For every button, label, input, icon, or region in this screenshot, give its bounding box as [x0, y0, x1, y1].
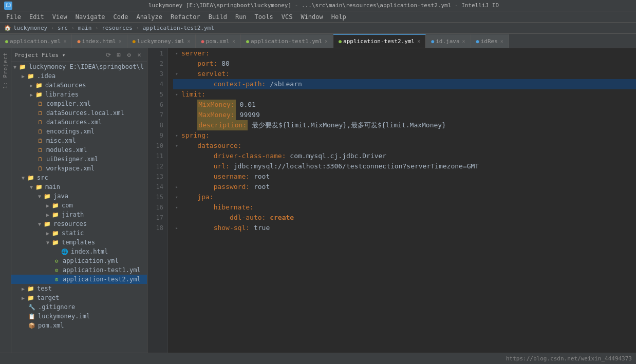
tree-item-misc-xml[interactable]: 🗒misc.xml — [11, 136, 147, 145]
tree-item-application-test2-yml[interactable]: ⚙application-test2.yml — [11, 275, 147, 284]
fold-arrow[interactable]: ▾ — [173, 132, 180, 139]
tree-node-label: libraries — [45, 91, 79, 98]
sidebar-sync-icon[interactable]: ⟳ — [104, 50, 113, 60]
menu-item-file[interactable]: File — [2, 12, 25, 22]
tab-icon: ● — [339, 39, 342, 44]
project-panel-tab[interactable]: 1: Project — [0, 48, 11, 353]
tab-close-btn[interactable]: × — [417, 39, 420, 44]
tree-expand-arrow[interactable]: ▼ — [44, 239, 51, 246]
tab-close-btn[interactable]: × — [325, 39, 328, 44]
tab-pom-xml[interactable]: ●pom.xml× — [196, 34, 240, 48]
tree-item-luckymoney-root[interactable]: ▼📁luckymoney E:\IDEA\springboot\l — [11, 62, 147, 71]
tree-expand-arrow[interactable]: ▼ — [36, 193, 43, 200]
tab-application-test1-yml[interactable]: ●application-test1.yml× — [241, 34, 333, 48]
tab-close-btn[interactable]: × — [187, 39, 190, 44]
menu-item-tools[interactable]: Tools — [251, 12, 277, 22]
tree-node-label: modules.xml — [46, 146, 87, 154]
menu-item-window[interactable]: Window — [296, 12, 327, 22]
tab-close-btn[interactable]: × — [63, 39, 66, 44]
tree-expand-arrow[interactable]: ▶ — [28, 82, 35, 89]
sidebar-close-icon[interactable]: × — [135, 50, 144, 60]
menu-item-edit[interactable]: Edit — [25, 12, 48, 22]
tree-item-application-yml[interactable]: ⚙application.yml — [11, 256, 147, 265]
tree-expand-arrow[interactable]: ▼ — [11, 63, 18, 70]
menu-item-refactor[interactable]: Refactor — [166, 12, 204, 22]
menu-item-view[interactable]: View — [48, 12, 71, 22]
tree-expand-arrow[interactable]: ▶ — [28, 91, 35, 98]
tab-id-java[interactable]: ●id.java× — [426, 34, 471, 48]
tree-item-templates[interactable]: ▼📁templates — [11, 238, 147, 247]
fold-arrow[interactable]: ▾ — [173, 70, 180, 78]
tree-node-icon: 📁 — [35, 183, 43, 191]
tree-item-index-html[interactable]: 🌐index.html — [11, 247, 147, 256]
tree-item-encodings-xml[interactable]: 🗒encodings.xml — [11, 127, 147, 136]
tree-expand-arrow[interactable]: ▼ — [36, 220, 43, 227]
tree-expand-arrow[interactable]: ▶ — [20, 72, 27, 80]
tree-node-icon: 📁 — [43, 220, 51, 228]
menu-item-code[interactable]: Code — [109, 12, 133, 22]
fold-arrow[interactable]: ▸ — [173, 183, 180, 190]
sidebar-settings-icon[interactable]: ⚙ — [124, 50, 134, 60]
tree-item-resources[interactable]: ▼📁resources — [11, 219, 147, 228]
tree-item-pom-xml[interactable]: 📦pom.xml — [11, 321, 147, 330]
tree-item-uidesigner-xml[interactable]: 🗒uiDesigner.xml — [11, 155, 147, 164]
fold-arrow[interactable]: ▾ — [173, 194, 180, 201]
tab-application-test2-yml[interactable]: ●application-test2.yml× — [333, 34, 426, 48]
tab-luckymoney-iml[interactable]: ●luckymoney.iml× — [127, 34, 196, 48]
tree-expand-arrow[interactable]: ▼ — [28, 183, 35, 190]
tree-expand-arrow[interactable]: ▶ — [44, 202, 51, 209]
tree-item-java[interactable]: ▼📁java — [11, 191, 147, 201]
file-tree: ▼📁luckymoney E:\IDEA\springboot\l▶📁.idea… — [11, 62, 147, 330]
tree-item-idea[interactable]: ▶📁.idea — [11, 71, 147, 81]
tree-expand-arrow[interactable]: ▶ — [20, 285, 27, 292]
fold-arrow[interactable]: ▾ — [173, 91, 180, 98]
tree-expand-arrow[interactable]: ▶ — [44, 211, 51, 218]
tree-item-src[interactable]: ▼📁src — [11, 173, 147, 182]
tree-item-main[interactable]: ▼📁main — [11, 182, 147, 191]
tree-item-gitignore[interactable]: 🔧.gitignore — [11, 302, 147, 312]
fold-arrow[interactable]: ▾ — [173, 204, 180, 211]
tree-expand-arrow[interactable]: ▼ — [20, 174, 27, 181]
menu-item-build[interactable]: Build — [204, 12, 231, 22]
tree-item-target[interactable]: ▶📁target — [11, 293, 147, 302]
tree-item-application-test1-yml[interactable]: ⚙application-test1.yml — [11, 265, 147, 275]
fold-arrow[interactable]: ▾ — [173, 142, 180, 149]
whitespace — [181, 151, 214, 161]
menu-item-vcs[interactable]: VCS — [277, 12, 297, 22]
tree-item-test[interactable]: ▶📁test — [11, 284, 147, 293]
tree-item-workspace-xml[interactable]: 🗒workspace.xml — [11, 164, 147, 173]
tab-close-btn[interactable]: × — [500, 39, 503, 44]
tree-item-datasources[interactable]: ▶📁dataSources — [11, 81, 147, 90]
tab-close-btn[interactable]: × — [462, 39, 465, 44]
fold-arrow[interactable]: ▾ — [173, 50, 180, 57]
sidebar-expand-icon[interactable]: ⊞ — [114, 50, 123, 60]
tree-item-jirath[interactable]: ▶📁jirath — [11, 210, 147, 219]
menu-item-help[interactable]: Help — [327, 12, 350, 22]
tree-item-static[interactable]: ▶📁static — [11, 228, 147, 238]
tree-item-modules-xml[interactable]: 🗒modules.xml — [11, 145, 147, 155]
whitespace — [181, 171, 214, 182]
window-title: luckymoney [E:\IDEA\springboot\luckymone… — [15, 2, 632, 9]
tree-item-compiler-xml[interactable]: 🗒compiler.xml — [11, 99, 147, 108]
menu-item-navigate[interactable]: Navigate — [71, 12, 109, 22]
tab-idRes[interactable]: ●idRes× — [471, 34, 509, 48]
tree-item-libraries[interactable]: ▶📁libraries — [11, 90, 147, 99]
tree-item-com[interactable]: ▶📁com — [11, 201, 147, 210]
tree-item-luckymoney-iml[interactable]: 📋luckymoney.iml — [11, 312, 147, 321]
fold-arrow[interactable]: ▸ — [173, 224, 180, 232]
code-line: MixMoney: 0.01 — [173, 100, 636, 110]
tab-close-btn[interactable]: × — [232, 39, 235, 44]
tab-close-btn[interactable]: × — [119, 39, 122, 44]
code-editor[interactable]: 123456789101112131415161718 ▾server: por… — [147, 48, 636, 353]
whitespace — [181, 161, 214, 171]
menu-item-analyze[interactable]: Analyze — [132, 12, 166, 22]
tree-node-label: com — [62, 202, 73, 209]
tree-expand-arrow[interactable]: ▶ — [44, 229, 51, 237]
tree-item-datasources-xml[interactable]: 🗒dataSources.xml — [11, 118, 147, 127]
tab-application-yml[interactable]: ●application.yml× — [0, 34, 72, 48]
whitespace — [181, 69, 197, 79]
menu-item-run[interactable]: Run — [231, 12, 251, 22]
tab-index-html[interactable]: ●index.html× — [72, 34, 127, 48]
tree-expand-arrow[interactable]: ▶ — [20, 294, 27, 301]
tree-item-datasources-local-xml[interactable]: 🗒dataSources.local.xml — [11, 108, 147, 118]
